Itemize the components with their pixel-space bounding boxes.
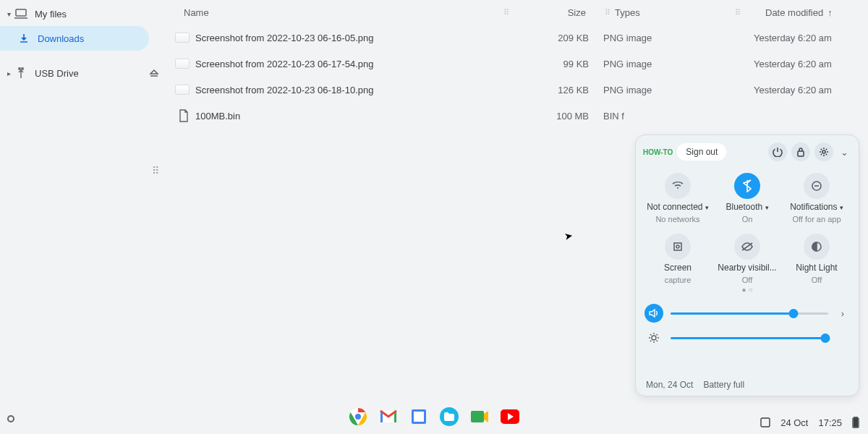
calendar-app-icon[interactable]	[409, 407, 428, 426]
file-type: PNG image	[603, 59, 719, 69]
image-thumbnail-icon	[166, 59, 195, 69]
file-date: Yesterday 6:20 am	[719, 59, 868, 69]
sidebar-item-usb-drive[interactable]: ▸ USB Drive	[0, 61, 166, 85]
image-thumbnail-icon	[166, 85, 195, 95]
file-date: Yesterday 6:20 am	[719, 85, 868, 95]
drag-handle-icon[interactable]: ⠿	[499, 8, 514, 17]
svg-point-7	[652, 336, 656, 340]
tile-nearby-visibility[interactable]: Nearby visibil... Off	[712, 234, 782, 284]
tile-network[interactable]: Not connected ▾ No networks	[643, 173, 712, 224]
column-headers: Name ⠿ Size ⠿ Types ⠿ Date modified ↑	[166, 0, 868, 25]
tile-notifications[interactable]: Notifications ▾ Off for an app	[782, 173, 851, 224]
sidebar: ▾ My files Downloads ▸ USB Drive ⠿	[0, 0, 166, 434]
volume-icon	[644, 304, 663, 323]
download-icon	[16, 33, 32, 44]
svg-rect-12	[414, 412, 424, 422]
file-name: Screenshot from 2022-10-23 06-17-54.png	[195, 59, 516, 69]
sidebar-item-label: Downloads	[38, 33, 84, 44]
sidebar-item-label: My files	[35, 9, 67, 20]
meet-app-icon[interactable]	[470, 407, 489, 426]
file-rows: Screenshot from 2022-10-23 06-16-05.png …	[166, 25, 868, 129]
status-area[interactable]: 24 Oct 17:25	[760, 417, 859, 428]
sidebar-item-label: USB Drive	[35, 68, 79, 79]
svg-rect-0	[16, 9, 26, 16]
brightness-icon	[644, 328, 663, 347]
file-name: 100MB.bin	[195, 111, 516, 122]
svg-rect-13	[471, 411, 484, 422]
shelf-date: 24 Oct	[780, 417, 808, 428]
page-indicator-icon: ● ○	[643, 286, 851, 294]
svg-rect-4	[674, 243, 681, 250]
chevron-right-icon: ▸	[4, 69, 13, 77]
caret-down-icon: ▾	[840, 204, 843, 211]
laptop-icon	[13, 9, 29, 19]
sign-out-button[interactable]: Sign out	[677, 143, 726, 161]
column-header-types[interactable]: Types	[615, 7, 731, 18]
file-row[interactable]: Screenshot from 2022-10-23 06-17-54.png …	[166, 51, 868, 77]
svg-point-5	[676, 245, 679, 248]
gmail-app-icon[interactable]	[379, 407, 398, 426]
files-app-icon[interactable]	[440, 407, 459, 426]
file-name: Screenshot from 2022-10-23 06-18-10.png	[195, 85, 516, 95]
tile-bluetooth[interactable]: Bluetooth ▾ On	[712, 173, 782, 224]
wifi-off-icon	[665, 173, 691, 199]
file-type: BIN f	[603, 111, 719, 122]
chevron-down-icon: ▾	[4, 10, 13, 18]
svg-rect-1	[798, 151, 804, 156]
column-header-date[interactable]: Date modified ↑	[745, 7, 868, 18]
file-row[interactable]: Screenshot from 2022-10-23 06-16-05.png …	[166, 25, 868, 51]
file-date: Yesterday 6:20 am	[719, 33, 868, 43]
chrome-app-icon[interactable]	[349, 407, 367, 426]
do-not-disturb-icon	[804, 173, 830, 199]
shelf-apps	[349, 407, 519, 426]
svg-rect-17	[854, 417, 857, 418]
chevron-down-icon[interactable]: ⌄	[838, 147, 851, 158]
column-header-size[interactable]: Size	[514, 7, 600, 18]
svg-point-2	[822, 150, 825, 153]
settings-gear-icon[interactable]	[814, 142, 833, 161]
file-row[interactable]: Screenshot from 2022-10-23 06-18-10.png …	[166, 77, 868, 103]
file-size: 209 KB	[516, 33, 603, 43]
image-thumbnail-icon	[166, 33, 195, 43]
file-name: Screenshot from 2022-10-23 06-16-05.png	[195, 33, 516, 43]
svg-rect-18	[854, 420, 858, 427]
tile-screen-capture[interactable]: Screen capture	[643, 234, 712, 284]
howto-label: HOW-TO	[643, 148, 673, 156]
tile-night-light[interactable]: Night Light Off	[782, 234, 851, 284]
slider-track[interactable]	[671, 312, 828, 315]
sidebar-item-downloads[interactable]: Downloads	[0, 26, 149, 51]
usb-icon	[13, 67, 29, 79]
file-size: 126 KB	[516, 85, 603, 95]
file-icon	[166, 109, 195, 122]
sidebar-item-my-files[interactable]: ▾ My files	[0, 1, 166, 26]
column-header-name[interactable]: Name	[166, 7, 499, 18]
volume-slider[interactable]: ›	[643, 301, 851, 326]
power-icon[interactable]	[768, 142, 787, 161]
screen-capture-icon	[665, 234, 691, 260]
chevron-right-icon[interactable]: ›	[835, 308, 850, 319]
drag-handle-icon[interactable]: ⠿	[600, 8, 615, 17]
eject-icon[interactable]	[149, 69, 159, 77]
lock-icon[interactable]	[791, 142, 810, 161]
quick-settings-panel: HOW-TO Sign out ⌄ Not connected ▾ No net…	[635, 135, 859, 396]
svg-point-10	[354, 413, 362, 420]
sidebar-resize-handle[interactable]: ⠿	[0, 165, 166, 176]
file-size: 99 KB	[516, 59, 603, 69]
file-row[interactable]: 100MB.bin 100 MB BIN f	[166, 103, 868, 129]
night-light-icon	[804, 234, 830, 260]
shelf-time: 17:25	[818, 417, 842, 428]
launcher-button[interactable]	[7, 415, 14, 422]
battery-icon	[852, 417, 859, 428]
svg-rect-15	[761, 418, 770, 427]
shelf: 24 Oct 17:25	[0, 399, 868, 434]
drag-handle-icon[interactable]: ⠿	[731, 8, 745, 17]
caret-down-icon: ▾	[765, 204, 769, 211]
youtube-app-icon[interactable]	[501, 407, 519, 426]
slider-track[interactable]	[671, 337, 828, 339]
brightness-slider[interactable]	[643, 326, 851, 350]
quick-settings-battery: Battery full	[703, 380, 744, 390]
sort-ascending-icon: ↑	[827, 7, 833, 18]
file-type: PNG image	[603, 33, 719, 43]
mouse-cursor-icon: ➤	[563, 229, 574, 242]
visibility-off-icon	[734, 234, 760, 260]
